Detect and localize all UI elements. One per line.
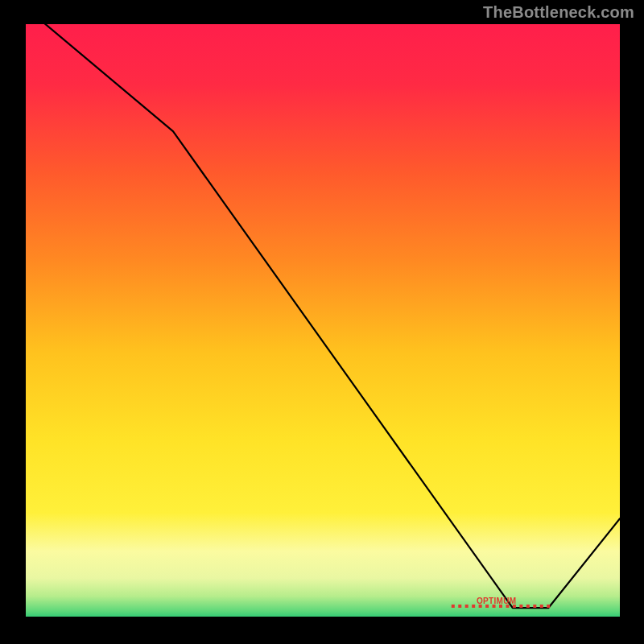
svg-rect-1 [452, 605, 455, 608]
svg-rect-3 [465, 605, 469, 608]
axis-left [24, 24, 26, 620]
svg-rect-12 [526, 605, 530, 608]
optimum-label: OPTIMUM [477, 597, 516, 605]
svg-rect-2 [458, 605, 461, 608]
axis-bottom [24, 617, 620, 620]
chart-background [24, 24, 620, 620]
svg-rect-14 [540, 605, 543, 608]
svg-rect-13 [533, 605, 536, 608]
page-root: TheBottleneck.com OPTIMUM [0, 0, 644, 644]
bottleneck-chart [24, 24, 620, 620]
svg-rect-11 [519, 605, 522, 608]
svg-rect-15 [547, 605, 550, 608]
svg-rect-4 [472, 605, 475, 608]
chart-container: OPTIMUM [24, 24, 620, 620]
attribution-text: TheBottleneck.com [483, 3, 634, 22]
